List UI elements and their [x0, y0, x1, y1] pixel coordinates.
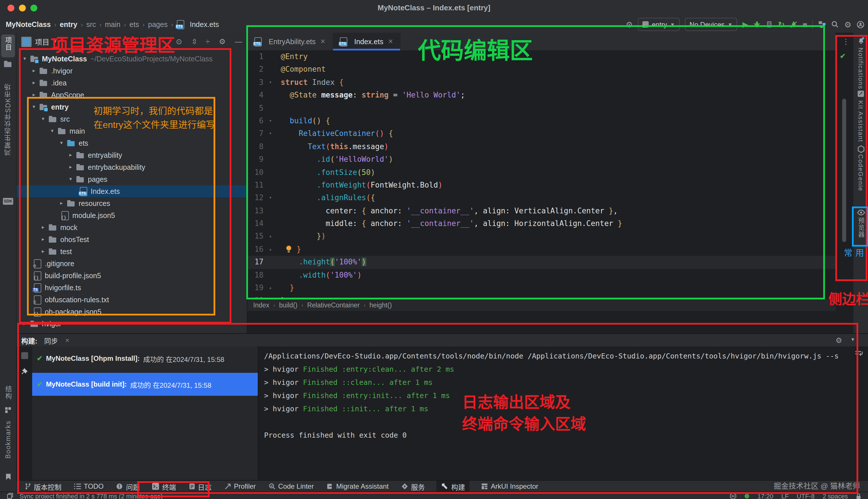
- editor-breadcrumb-item[interactable]: build(): [279, 302, 297, 308]
- tool-window-button-TODO[interactable]: TODO: [73, 480, 105, 492]
- tree-row[interactable]: ▾ets: [17, 137, 247, 149]
- sidebar-item-notifications[interactable]: Notifications: [854, 48, 868, 89]
- code-line[interactable]: 17 .height('100%'): [247, 256, 836, 269]
- code-line[interactable]: 16▴ }: [247, 243, 836, 256]
- code-line[interactable]: 9 .id('HelloWorld'): [247, 153, 836, 166]
- tree-row[interactable]: ▸entryability: [17, 149, 247, 161]
- fold-marker-icon[interactable]: ▾: [267, 192, 274, 205]
- tree-row[interactable]: ▸test: [17, 245, 247, 257]
- intention-bulb-icon[interactable]: [285, 245, 292, 254]
- tree-chevron-icon[interactable]: ▾: [31, 104, 37, 110]
- kit-assistant-icon[interactable]: [854, 90, 868, 98]
- tree-row[interactable]: ▸mock: [17, 221, 247, 233]
- code-line[interactable]: 13 center: { anchor: '__container__', al…: [247, 205, 836, 217]
- project-folder-icon[interactable]: [0, 60, 16, 68]
- close-icon[interactable]: ✕: [65, 337, 70, 343]
- sidebar-item-previewer[interactable]: 预览器: [854, 217, 868, 238]
- status-line-ending[interactable]: LF: [781, 493, 789, 499]
- tree-row[interactable]: ▾MyNoteClass~/DevEcoStudioProjects/MyNot…: [17, 53, 247, 65]
- sidebar-item-codegenie[interactable]: CodeGenie: [854, 154, 868, 191]
- hide-panel-icon[interactable]: —: [235, 37, 242, 46]
- sidebar-item-bookmarks[interactable]: Bookmarks: [0, 421, 16, 459]
- run-button[interactable]: ▶: [742, 21, 748, 28]
- inspections-ok-icon[interactable]: ✔: [840, 52, 846, 60]
- tree-row[interactable]: {}build-profile.json5: [17, 270, 247, 282]
- tree-row[interactable]: ▾src: [17, 113, 247, 125]
- code-line[interactable]: 7▾ RelativeContainer() {: [247, 127, 836, 141]
- settings-sync-icon[interactable]: ⚙: [626, 20, 633, 28]
- search-everywhere-icon[interactable]: [832, 21, 839, 28]
- tree-chevron-icon[interactable]: ▸: [40, 236, 47, 242]
- code-line[interactable]: 1@Entry: [247, 50, 836, 63]
- tree-row[interactable]: ▸resources: [17, 197, 247, 209]
- tool-window-button-服务[interactable]: 服务: [400, 480, 426, 492]
- tree-chevron-icon[interactable]: ▸: [31, 68, 37, 73]
- tree-row[interactable]: ▸hvigor: [17, 318, 247, 330]
- notifications-bell-icon[interactable]: [854, 37, 868, 45]
- settings-gear-icon[interactable]: ⚙: [844, 20, 851, 28]
- build-settings-gear-icon[interactable]: ⚙: [835, 336, 842, 344]
- tree-chevron-icon[interactable]: ▾: [67, 176, 74, 182]
- build-run-row[interactable]: ✔MyNoteClass [build init]: 成功的 在2024/7/3…: [32, 373, 258, 396]
- code-line[interactable]: 11 .fontWeight(FontWeight.Bold): [247, 179, 836, 192]
- code-area[interactable]: 1@Entry2@Component3▾struct Index {4 @Sta…: [247, 50, 836, 300]
- codegenie-icon[interactable]: [854, 145, 868, 153]
- breadcrumb-item[interactable]: pages: [148, 20, 168, 28]
- tree-row[interactable]: {}oh-package.json5: [17, 306, 247, 318]
- tree-row[interactable]: TShvigorfile.ts: [17, 282, 247, 294]
- code-line[interactable]: 4 @State message: string = 'Hello World'…: [247, 89, 836, 102]
- debug-button[interactable]: [753, 21, 761, 28]
- breadcrumb-item[interactable]: entry: [60, 20, 77, 28]
- account-profile-icon[interactable]: [857, 20, 865, 28]
- fold-marker-icon[interactable]: ▴: [267, 230, 274, 243]
- sidebar-item-kit-assistant[interactable]: Kit Assistant: [854, 100, 868, 142]
- tree-row[interactable]: ▸.idea: [17, 77, 247, 89]
- tool-window-button-日志[interactable]: 日志: [188, 480, 213, 492]
- hvigor-status-icon[interactable]: [730, 493, 737, 499]
- fold-marker-icon[interactable]: ▴: [267, 294, 274, 300]
- fold-marker-icon[interactable]: ▴: [267, 243, 274, 256]
- chevron-down-icon[interactable]: ▼: [53, 39, 57, 44]
- code-line[interactable]: 20▴}: [247, 294, 836, 300]
- tree-chevron-icon[interactable]: ▾: [49, 128, 56, 134]
- device-dropdown[interactable]: No Devices▼: [685, 18, 737, 31]
- editor-tab[interactable]: ETSIndex.ets✕: [333, 33, 401, 50]
- fold-marker-icon[interactable]: ▴: [267, 282, 274, 294]
- profiler-run-icon[interactable]: [766, 21, 773, 28]
- hide-build-panel-icon[interactable]: ▾: [851, 336, 854, 344]
- tree-row[interactable]: ≡obfuscation-rules.txt: [17, 294, 247, 306]
- stop-build-icon[interactable]: [21, 352, 28, 359]
- editor-breadcrumb-item[interactable]: Index: [253, 302, 269, 308]
- sdk-badge-icon[interactable]: SDK: [0, 198, 16, 205]
- terminal-output[interactable]: /Applications/DevEco-Studio.app/Contents…: [258, 346, 852, 492]
- editor-breadcrumb-item[interactable]: height(): [369, 302, 392, 308]
- tree-row[interactable]: {}module.json5: [17, 209, 247, 221]
- lock-icon[interactable]: [856, 493, 861, 499]
- tree-row[interactable]: ▾main: [17, 125, 247, 137]
- soft-wrap-icon[interactable]: [855, 350, 864, 357]
- locate-file-icon[interactable]: ⊙: [176, 37, 182, 46]
- fold-marker-icon[interactable]: ▾: [267, 76, 274, 89]
- expand-all-icon[interactable]: ⇳: [191, 37, 197, 46]
- tree-row[interactable]: ▸.hvigor: [17, 65, 247, 77]
- tree-row[interactable]: ETSIndex.ets: [17, 185, 247, 197]
- tool-window-button-Migrate Assistant[interactable]: Migrate Assistant: [325, 480, 390, 492]
- code-line[interactable]: 6▾ build() {: [247, 115, 836, 127]
- code-line[interactable]: 5: [247, 102, 836, 115]
- editor-tab[interactable]: ETSEntryAbility.ets✕: [247, 33, 333, 50]
- tree-chevron-icon[interactable]: ▸: [67, 152, 74, 158]
- tree-row[interactable]: ▸ohosTest: [17, 233, 247, 245]
- code-line[interactable]: 8 Text(this.message): [247, 140, 836, 153]
- tree-row[interactable]: ▸AppScope: [17, 89, 247, 101]
- breadcrumb-item[interactable]: ets: [129, 20, 139, 28]
- close-tab-icon[interactable]: ✕: [320, 38, 325, 45]
- tree-row[interactable]: ▾entry: [17, 101, 247, 113]
- build-tab-sync[interactable]: 同步: [43, 335, 59, 345]
- project-options-gear-icon[interactable]: ⚙: [219, 37, 226, 46]
- tree-chevron-icon[interactable]: ▸: [58, 200, 65, 206]
- sidebar-item-project[interactable]: 项目: [0, 37, 16, 51]
- tree-chevron-icon[interactable]: ▸: [67, 164, 74, 170]
- tree-chevron-icon[interactable]: ▸: [40, 224, 47, 230]
- tool-window-button-ArkUI Inspector[interactable]: ArkUI Inspector: [480, 480, 539, 492]
- editor-breadcrumb-item[interactable]: RelativeContainer: [307, 302, 360, 308]
